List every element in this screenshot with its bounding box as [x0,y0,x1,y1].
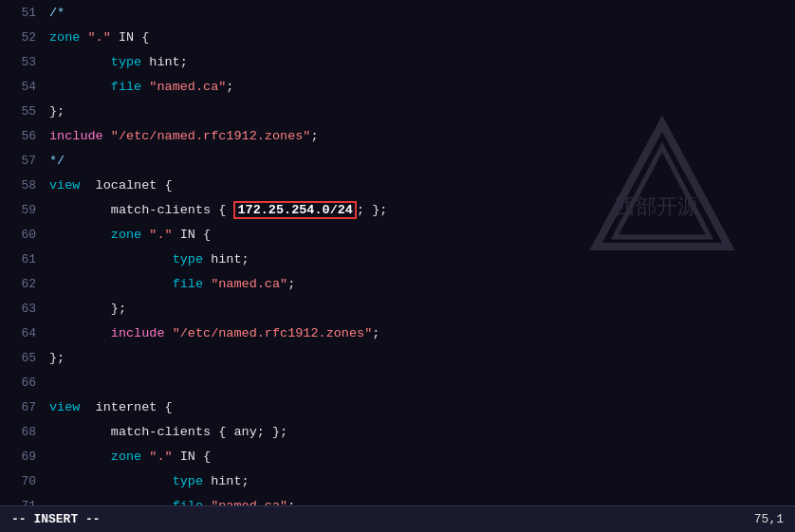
line-content: include "/etc/named.rfc1912.zones"; [49,129,319,143]
line-content: type hint; [49,474,250,488]
line-number: 63 [8,302,36,316]
line-number: 60 [8,228,36,242]
line-content: match-clients { any; }; [49,425,287,439]
table-row: 53 type hint; [0,49,795,74]
table-row: 68 match-clients { any; }; [0,419,795,444]
table-row: 56include "/etc/named.rfc1912.zones"; [0,123,795,148]
table-row: 59 match-clients { 172.25.254.0/24; }; [0,197,795,222]
status-mode: -- INSERT -- [11,512,101,526]
table-row: 51/* [0,0,795,25]
line-content: file "named.ca"; [49,80,233,94]
line-number: 54 [8,80,36,94]
line-content: }; [49,351,65,365]
line-content: zone "." IN { [49,449,211,464]
table-row: 70 type hint; [0,468,795,493]
line-number: 53 [8,55,36,69]
table-row: 67view internet { [0,394,795,419]
line-number: 57 [8,154,36,168]
line-number: 52 [8,30,36,45]
table-row: 60 zone "." IN { [0,222,795,247]
table-row: 52zone "." IN { [0,25,795,49]
status-position: 75,1 [754,512,784,526]
line-content [49,376,57,390]
line-content: }; [49,104,65,119]
table-row: 57*/ [0,148,795,173]
line-content: zone "." IN { [49,228,211,242]
line-number: 66 [8,376,36,390]
table-row: 66 [0,370,795,394]
line-number: 64 [8,326,36,340]
line-content: type hint; [49,252,250,266]
line-number: 62 [8,277,36,291]
line-content: include "/etc/named.rfc1912.zones"; [49,326,379,340]
line-number: 56 [8,129,36,143]
line-content: view localnet { [49,178,173,193]
line-number: 61 [8,252,36,266]
table-row: 55}; [0,99,795,123]
line-number: 67 [8,400,36,414]
table-row: 65}; [0,345,795,370]
line-number: 69 [8,449,36,464]
table-row: 64 include "/etc/named.rfc1912.zones"; [0,321,795,345]
code-lines: 51/*52zone "." IN {53 type hint;54 file … [0,0,795,532]
table-row: 54 file "named.ca"; [0,74,795,99]
line-number: 65 [8,351,36,365]
table-row: 61 type hint; [0,247,795,271]
status-bar: -- INSERT -- 75,1 [0,505,795,532]
line-number: 58 [8,178,36,193]
line-content: match-clients { 172.25.254.0/24; }; [49,201,387,219]
line-content: */ [49,154,65,168]
line-content: type hint; [49,55,188,69]
line-content: }; [49,302,126,316]
table-row: 62 file "named.ca"; [0,271,795,296]
line-number: 59 [8,203,36,217]
line-number: 68 [8,425,36,439]
code-editor: 51/*52zone "." IN {53 type hint;54 file … [0,0,795,532]
table-row: 58view localnet { [0,173,795,197]
line-number: 55 [8,104,36,119]
line-content: /* [49,6,65,20]
table-row: 63 }; [0,296,795,321]
line-content: file "named.ca"; [49,277,295,291]
line-content: zone "." IN { [49,30,149,45]
line-content: view internet { [49,400,173,414]
table-row: 69 zone "." IN { [0,444,795,468]
line-number: 70 [8,474,36,488]
line-number: 51 [8,6,36,20]
